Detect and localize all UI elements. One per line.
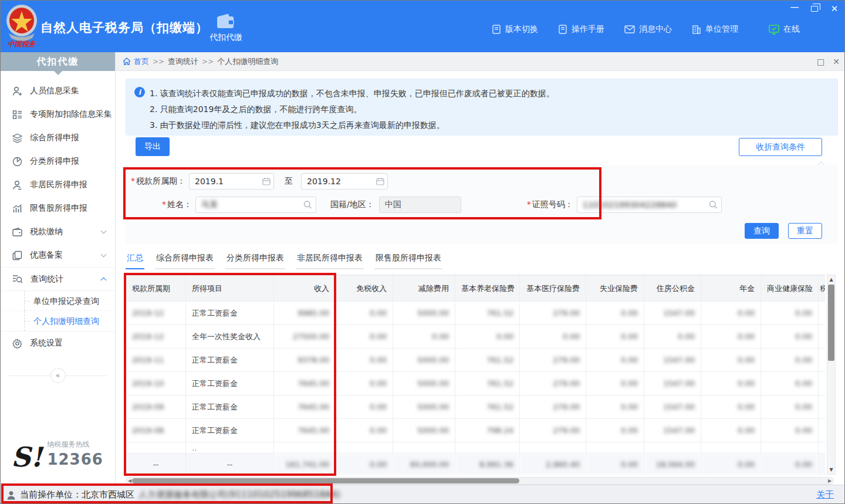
notice-line: 2. 只能查询2019年及之后的数据，不能进行跨年度查询。 — [150, 102, 829, 117]
calendar-icon[interactable] — [376, 177, 384, 185]
search-icon[interactable] — [709, 201, 718, 209]
period-end-input[interactable]: 2019.12 — [301, 173, 388, 190]
sidebar-item-tax-payment[interactable]: 税款缴纳 — [1, 220, 115, 243]
horizontal-scrollbar[interactable]: ◀ ▶ — [126, 477, 834, 485]
table-cell: 0.00 — [701, 419, 761, 442]
nationality-label: 国籍/地区： — [330, 199, 374, 210]
table-row[interactable]: .. — [126, 442, 826, 454]
tab-nonresident-income[interactable]: 非居民所得申报表 — [296, 249, 364, 269]
tab-summary[interactable]: 汇总 — [126, 249, 144, 269]
statusbar: 当前操作单位：北京市西城区 人力资源服务有限公司(911101025199685… — [1, 485, 845, 504]
table-cell: 1547.00 — [644, 419, 701, 442]
sidebar-item-personnel-info[interactable]: 人员信息采集 — [1, 79, 115, 103]
table-cell — [126, 442, 186, 454]
tab-comprehensive-income[interactable]: 综合所得申报表 — [155, 249, 215, 269]
period-start-input[interactable]: 2019.1 — [189, 173, 274, 190]
scroll-right-arrow[interactable]: ▶ — [827, 478, 833, 484]
tab-classified-income[interactable]: 分类所得申报表 — [225, 249, 285, 269]
vertical-scrollbar[interactable]: ▲ ▼ — [827, 275, 836, 475]
table-row[interactable]: 2019-11正常工资薪金9378.000.005000.00761.52279… — [126, 349, 826, 372]
sidebar-item-label: 非居民所得申报 — [30, 180, 87, 190]
sidebar-item-classified-income[interactable]: 分类所得申报 — [1, 150, 115, 173]
table-cell: 2019-10 — [126, 372, 186, 395]
calendar-icon[interactable] — [262, 177, 271, 185]
sidebar-collapse-button[interactable]: « — [50, 368, 66, 383]
copy-icon — [12, 251, 22, 261]
minimize-button[interactable]: — — [788, 3, 801, 15]
sidebar-item-nonresident-income[interactable]: 非居民所得申报 — [1, 173, 115, 197]
table-cell: 全年一次性奖金收入 — [186, 325, 274, 349]
breadcrumb-level1[interactable]: 查询统计 — [168, 56, 198, 67]
table-row[interactable]: 2019-08正常工资薪金7645.000.005000.00798.24279… — [126, 419, 826, 442]
scroll-down-arrow[interactable]: ▼ — [827, 466, 835, 473]
table-cell: 0.00 — [336, 454, 393, 475]
collapse-query-button[interactable]: 收折查询条件 — [739, 138, 822, 156]
table-row[interactable]: 2019-09正常工资薪金7645.000.005000.00761.52279… — [126, 395, 826, 419]
col-header: 基本养老保险费 — [455, 276, 520, 302]
menu-label: 操作手册 — [572, 24, 604, 35]
sidebar-item-preferential-filing[interactable]: 优惠备案 — [1, 243, 115, 267]
name-input[interactable]: 马某 — [195, 197, 316, 213]
scroll-up-arrow[interactable]: ▲ — [827, 276, 835, 283]
close-pane-button[interactable]: ✕ — [833, 57, 840, 66]
sidebar-subitem-personal-withholding-query[interactable]: 个人扣缴明细查询 — [1, 311, 115, 331]
query-form-buttons: 查询 重置 — [745, 223, 822, 239]
table-cell: 0.00 — [701, 454, 761, 475]
menu-online-status[interactable]: 在线 — [769, 24, 800, 35]
query-row-person: *姓名： 马某 国籍/地区： 中国 *证照号码： 110102199304228… — [162, 197, 722, 213]
reset-button[interactable]: 重置 — [788, 223, 822, 239]
table-cell: 0.00 — [336, 395, 393, 419]
app-title: 自然人电子税务局（扣缴端） — [40, 19, 208, 36]
col-header: 收入 — [274, 276, 336, 302]
sidebar-item-comprehensive-income[interactable]: 综合所得申报 — [1, 126, 115, 150]
about-link[interactable]: 关于 — [816, 489, 834, 500]
table-cell — [819, 395, 826, 419]
sidebar-item-label: 优惠备案 — [30, 250, 63, 261]
search-icon[interactable] — [303, 201, 312, 209]
table-cell: 761.52 — [455, 395, 520, 419]
breadcrumb-home-label: 首页 — [134, 56, 149, 67]
sidebar-item-special-deduction[interactable]: 专项附加扣除信息采集 — [1, 103, 115, 126]
col-header: 税款所属期 — [126, 276, 186, 302]
table-cell: 0.00 — [520, 325, 586, 349]
tab-restricted-stock[interactable]: 限售股所得申报表 — [374, 249, 442, 269]
required-asterisk: * — [131, 176, 135, 185]
sidebar-header: 代扣代缴 — [1, 52, 115, 71]
toolbar: 导出 收折查询条件 — [126, 137, 838, 164]
sidebar-item-system-settings[interactable]: 系统设置 — [1, 332, 115, 355]
table-cell: 9985.00 — [274, 302, 336, 325]
period-label: *税款所属期： — [131, 176, 185, 187]
maximize-pane-button[interactable]: □ — [817, 57, 824, 66]
menu-message-center[interactable]: 消息中心 — [624, 24, 672, 35]
table-cell: 798.24 — [455, 419, 520, 442]
menu-operation-manual[interactable]: 操作手册 — [558, 24, 604, 35]
sidebar-item-query-statistics[interactable]: 查询统计 — [1, 267, 115, 290]
table-row[interactable]: 2019-12全年一次性奖金收入27500.000.000.000.000.00… — [126, 325, 826, 349]
table-cell: 5000.00 — [393, 395, 455, 419]
breadcrumb-home[interactable]: 首页 — [123, 56, 149, 67]
vertical-scroll-thumb[interactable] — [828, 285, 834, 361]
sidebar-item-restricted-stock[interactable]: 限售股所得申报 — [1, 197, 115, 220]
table-cell: 279.00 — [520, 419, 586, 442]
table-row[interactable]: ----161,741.000.0060,000.008,991.362,960… — [126, 454, 826, 475]
search-button[interactable]: 查询 — [745, 223, 779, 239]
table-cell: 8,991.36 — [455, 454, 520, 475]
sidebar-subitem-unit-declaration-query[interactable]: 单位申报记录查询 — [1, 291, 115, 311]
menu-version-switch[interactable]: 版本切换 — [492, 24, 538, 35]
menu-unit-management[interactable]: 单位管理 — [692, 24, 738, 35]
table-header: 税款所属期 所得项目 收入 免税收入 减除费用 基本养老保险费 基本医疗保险费 … — [126, 276, 826, 302]
table-row[interactable]: 2019-10正常工资薪金7645.000.005000.00761.52279… — [126, 372, 826, 395]
export-button[interactable]: 导出 — [136, 137, 170, 156]
breadcrumb-separator: >> — [153, 57, 164, 66]
table-cell: 0.00 — [336, 372, 393, 395]
tab-withholding-module[interactable]: 代扣代缴 — [200, 9, 252, 48]
table-row[interactable]: 2019-12正常工资薪金9985.000.005000.00761.52279… — [126, 302, 826, 325]
results-table-wrap: 税款所属期 所得项目 收入 免税收入 减除费用 基本养老保险费 基本医疗保险费 … — [126, 275, 825, 475]
horizontal-scroll-thumb[interactable] — [132, 478, 519, 483]
table-cell: 761.52 — [455, 372, 520, 395]
close-button[interactable]: ✕ — [828, 3, 841, 15]
id-number-input[interactable]: 110102199304228840 — [577, 197, 722, 213]
table-cell: 7645.00 — [274, 372, 336, 395]
table-cell: 761.52 — [455, 302, 520, 325]
restore-button[interactable] — [808, 3, 821, 15]
